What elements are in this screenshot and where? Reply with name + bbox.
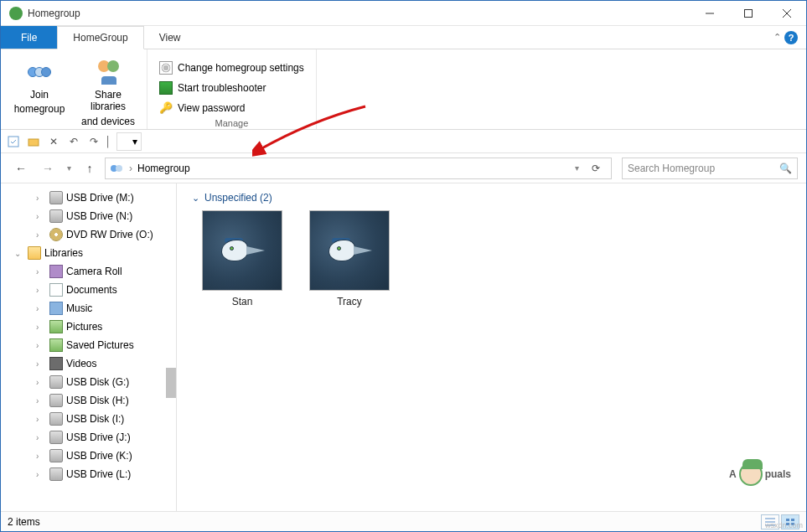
refresh-button[interactable]: ⟳ xyxy=(584,163,608,174)
tree-camera-roll[interactable]: ›Camera Roll xyxy=(1,262,176,281)
delete-button[interactable]: ✕ xyxy=(44,132,63,151)
properties-button[interactable] xyxy=(4,132,23,151)
group-header[interactable]: ⌄ Unspecified (2) xyxy=(177,183,806,210)
watermark: A puals xyxy=(729,462,791,486)
tree-pictures[interactable]: ›Pictures xyxy=(1,318,176,336)
quick-access-toolbar: ✕ ↶ ↷ │ ▾ xyxy=(1,130,806,153)
tree-label: Pictures xyxy=(66,321,102,333)
pictures-icon xyxy=(49,338,63,352)
key-icon xyxy=(159,101,173,115)
item-label: Stan xyxy=(232,296,253,307)
up-button[interactable]: ↑ xyxy=(78,157,101,180)
troubleshooter-label: Start troubleshooter xyxy=(178,82,266,94)
documents-icon xyxy=(49,283,63,297)
share-libraries-icon xyxy=(94,58,122,86)
drive-icon xyxy=(49,209,63,223)
view-password-button[interactable]: View password xyxy=(154,100,309,116)
tree-saved-pictures[interactable]: ›Saved Pictures xyxy=(1,336,176,354)
tree-label: Videos xyxy=(66,358,96,369)
dvd-icon xyxy=(49,228,63,241)
watermark-logo-icon xyxy=(739,462,763,486)
music-icon xyxy=(49,302,63,315)
change-homegroup-settings-button[interactable]: Change homegroup settings xyxy=(154,59,309,76)
share-label-2: and devices xyxy=(81,116,135,127)
titlebar: Homegroup xyxy=(1,1,806,26)
window-title: Homegroup xyxy=(28,8,691,19)
tree-documents[interactable]: ›Documents xyxy=(1,281,176,299)
drive-icon xyxy=(49,394,63,407)
address-dropdown-icon[interactable]: ▾ xyxy=(575,163,579,173)
forward-button[interactable]: → xyxy=(36,157,59,180)
new-folder-button[interactable] xyxy=(24,132,43,151)
tree-dvd-o[interactable]: ›DVD RW Drive (O:) xyxy=(1,225,176,244)
search-box[interactable]: Search Homegroup 🔍 xyxy=(622,158,798,179)
tree-disk-h[interactable]: ›USB Disk (H:) xyxy=(1,391,176,410)
undo-button[interactable]: ↶ xyxy=(65,132,83,151)
svg-rect-4 xyxy=(8,137,18,147)
search-placeholder: Search Homegroup xyxy=(628,163,715,174)
watermark-pre: A xyxy=(729,468,737,480)
share-label-1: Share libraries xyxy=(76,89,140,113)
ribbon-tabs: File HomeGroup View ⌃ ? xyxy=(1,26,806,49)
address-bar[interactable]: › Homegroup ▾ ⟳ xyxy=(105,158,612,179)
back-button[interactable]: ← xyxy=(9,157,33,180)
tree-usb-n[interactable]: ›USB Drive (N:) xyxy=(1,207,176,225)
videos-icon xyxy=(49,357,63,370)
tab-view[interactable]: View xyxy=(144,26,196,49)
status-bar: 2 items xyxy=(1,511,806,531)
ribbon-group-main: Join homegroup Share libraries and devic… xyxy=(1,49,147,129)
tree-videos[interactable]: ›Videos xyxy=(1,354,176,373)
tree-drive-j[interactable]: ›USB Drive (J:) xyxy=(1,428,176,447)
watermark-post: puals xyxy=(765,468,791,480)
svg-point-7 xyxy=(116,165,122,172)
tab-file[interactable]: File xyxy=(1,26,57,49)
item-tracy[interactable]: Tracy xyxy=(308,210,391,307)
tree-label: Saved Pictures xyxy=(66,339,134,351)
tree-disk-g[interactable]: ›USB Disk (G:) xyxy=(1,373,176,391)
navigation-tree[interactable]: ›USB Drive (M:) ›USB Drive (N:) ›DVD RW … xyxy=(1,183,177,511)
share-libraries-button[interactable]: Share libraries and devices xyxy=(76,53,140,127)
drive-icon xyxy=(49,375,63,389)
join-homegroup-button[interactable]: Join homegroup xyxy=(8,53,71,127)
ribbon-right: ⌃ ? xyxy=(773,26,806,49)
tree-label: USB Drive (J:) xyxy=(66,431,131,443)
svg-rect-1 xyxy=(745,9,753,17)
tree-label: Libraries xyxy=(44,247,83,259)
address-location: Homegroup xyxy=(137,163,190,174)
item-stan[interactable]: Stan xyxy=(200,210,284,307)
close-button[interactable] xyxy=(768,1,806,26)
tree-label: USB Drive (M:) xyxy=(66,192,134,204)
tree-drive-l[interactable]: ›USB Drive (L:) xyxy=(1,465,176,483)
join-label-1: Join xyxy=(30,89,49,101)
search-icon: 🔍 xyxy=(779,163,792,174)
maximize-button[interactable] xyxy=(729,1,768,26)
tree-usb-m[interactable]: ›USB Drive (M:) xyxy=(1,189,176,207)
start-troubleshooter-button[interactable]: Start troubleshooter xyxy=(154,80,309,96)
tree-music[interactable]: ›Music xyxy=(1,299,176,318)
drive-icon xyxy=(49,467,63,481)
tree-label: USB Drive (N:) xyxy=(66,210,132,222)
tree-scrollbar-thumb[interactable] xyxy=(166,368,176,398)
qa-dropdown[interactable]: ▾ xyxy=(116,132,142,151)
drive-icon xyxy=(49,431,63,444)
recent-dropdown[interactable]: ▾ xyxy=(63,157,75,180)
libraries-icon xyxy=(28,246,41,260)
ribbon-group-manage: Change homegroup settings Start troubles… xyxy=(147,49,317,129)
tree-disk-i[interactable]: ›USB Disk (I:) xyxy=(1,410,176,428)
group-label: Unspecified (2) xyxy=(204,192,272,204)
tree-libraries[interactable]: ⌄Libraries xyxy=(1,244,176,262)
collapse-ribbon-button[interactable]: ⌃ xyxy=(773,32,781,43)
address-sep: › xyxy=(129,163,132,174)
homegroup-address-icon xyxy=(109,161,124,176)
drive-icon xyxy=(49,191,63,204)
tree-drive-k[interactable]: ›USB Drive (K:) xyxy=(1,447,176,465)
minimize-button[interactable] xyxy=(691,1,729,26)
gear-icon xyxy=(159,61,173,75)
redo-button[interactable]: ↷ xyxy=(85,132,103,151)
body: ›USB Drive (M:) ›USB Drive (N:) ›DVD RW … xyxy=(1,183,806,511)
tab-homegroup[interactable]: HomeGroup xyxy=(57,26,143,49)
navigation-bar: ← → ▾ ↑ › Homegroup ▾ ⟳ Search Homegroup… xyxy=(1,153,806,183)
change-settings-label: Change homegroup settings xyxy=(178,62,304,74)
help-button[interactable]: ? xyxy=(784,31,798,44)
content-pane[interactable]: ⌄ Unspecified (2) Stan Tracy xyxy=(177,183,806,511)
